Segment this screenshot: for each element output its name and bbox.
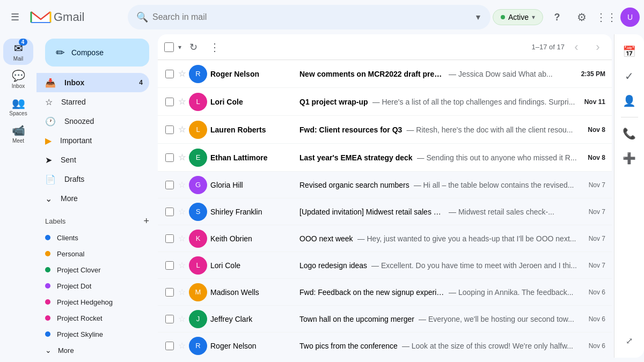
email-row[interactable]: ☆ G Gloria Hill Revised organic search n… (158, 172, 612, 198)
email-snippet: — Excellent. Do you have time to meet wi… (371, 261, 577, 270)
email-date: Nov 7 (589, 262, 605, 269)
label-item-project-rocket[interactable]: Project Rocket (36, 310, 149, 326)
main-sidebar: ✏ Compose 📥 Inbox 4 ☆ Starred 🕐 Snoozed … (36, 34, 158, 362)
email-row[interactable]: ☆ M Madison Wells Fwd: Feedback on the n… (158, 279, 612, 306)
label-item-project-hedgehog[interactable]: Project Hedgehog (36, 294, 149, 310)
icon-sidebar: ✉ 4 Mail 💬 Inbox 👥 Spaces 📹 Meet (0, 34, 36, 362)
side-panel-tasks-icon[interactable]: ✓ (619, 65, 640, 87)
active-dot (501, 15, 505, 19)
chat-icon: 💬 (12, 69, 25, 82)
more-nav-button[interactable]: ⌄ More (36, 189, 149, 208)
email-content: Town hall on the upcoming merger — Every… (299, 315, 586, 323)
email-row[interactable]: ☆ J Jeffrey Clark Town hall on the upcom… (158, 306, 612, 333)
labels-add-button[interactable]: + (143, 216, 149, 227)
side-panel-contacts-icon[interactable]: 👤 (619, 90, 640, 112)
email-checkbox[interactable] (165, 181, 174, 189)
email-checkbox[interactable] (165, 342, 174, 350)
nav-item-starred[interactable]: ☆ Starred (36, 92, 149, 112)
nav-item-inbox[interactable]: 📥 Inbox 4 (36, 73, 149, 92)
project-rocket-dot (45, 315, 50, 321)
side-panel-meet-icon[interactable]: 📞 (619, 123, 640, 144)
drafts-label: Drafts (64, 175, 84, 183)
email-checkbox[interactable] (165, 153, 174, 162)
important-icon: ▶ (45, 136, 52, 146)
email-checkbox[interactable] (165, 288, 174, 297)
email-avatar: R (189, 65, 207, 83)
email-star-icon[interactable]: ☆ (178, 124, 186, 135)
search-input[interactable] (152, 12, 470, 22)
email-row[interactable]: ☆ R Roger Nelson Two pics from the confe… (158, 333, 612, 358)
side-panel-calendar-icon[interactable]: 📅 (619, 41, 640, 62)
label-item-project-clover[interactable]: Project Clover (36, 262, 149, 278)
email-star-icon[interactable]: ☆ (178, 180, 186, 190)
email-sender: Keith Obrien (210, 234, 296, 243)
email-sender: Lori Cole (210, 261, 296, 270)
email-sender: Lori Cole (210, 98, 296, 106)
email-snippet: — Hey, just wanted to give you a heads-u… (357, 234, 576, 243)
snoozed-label: Snoozed (64, 117, 94, 125)
email-checkbox[interactable] (165, 208, 174, 216)
email-checkbox[interactable] (165, 261, 174, 270)
email-star-icon[interactable]: ☆ (178, 287, 186, 297)
email-checkbox[interactable] (165, 98, 174, 106)
clients-label-text: Clients (57, 234, 78, 242)
label-item-clients[interactable]: Clients (36, 230, 149, 246)
active-status-badge[interactable]: Active ▾ (493, 9, 543, 25)
search-bar[interactable]: 🔍 ▼ (128, 5, 491, 29)
project-skyline-dot (45, 331, 50, 337)
nav-item-snoozed[interactable]: 🕐 Snoozed (36, 112, 149, 131)
email-row[interactable]: ☆ L Lauren Roberts Fwd: Client resources… (158, 116, 612, 144)
email-row[interactable]: ☆ K Keith Obrien OOO next week — Hey, ju… (158, 225, 612, 252)
email-snippet: — Midwest retail sales check-... (449, 208, 554, 216)
email-checkbox[interactable] (165, 315, 174, 323)
email-row[interactable]: ☆ S Shirley Franklin [Updated invitation… (158, 198, 612, 225)
email-row[interactable]: ☆ R Roger Nelson New comments on MCR2022… (158, 60, 612, 88)
sidebar-icon-chat[interactable]: 💬 Inbox (3, 66, 33, 92)
refresh-button[interactable]: ↻ (184, 38, 203, 57)
email-row[interactable]: ☆ L Lori Cole Logo redesign ideas — Exce… (158, 252, 612, 279)
email-date: Nov 8 (588, 126, 605, 134)
settings-button[interactable]: ⚙ (571, 6, 592, 28)
help-button[interactable]: ? (546, 6, 568, 28)
next-page-button[interactable]: › (588, 38, 608, 57)
email-star-icon[interactable]: ☆ (178, 97, 186, 107)
sidebar-icon-mail[interactable]: ✉ 4 Mail (3, 39, 33, 65)
nav-item-important[interactable]: ▶ Important (36, 131, 149, 150)
email-star-icon[interactable]: ☆ (178, 314, 186, 324)
apps-button[interactable]: ⋮⋮ (596, 6, 617, 28)
more-options-button[interactable]: ⋮ (205, 38, 224, 57)
email-star-icon[interactable]: ☆ (178, 69, 186, 79)
side-panel-plus-icon[interactable]: ➕ (619, 147, 640, 169)
email-checkbox[interactable] (165, 125, 174, 134)
more-labels-button[interactable]: ⌄ More (36, 342, 149, 358)
email-checkbox[interactable] (165, 70, 174, 78)
label-item-personal[interactable]: Personal (36, 246, 149, 262)
email-checkbox[interactable] (165, 234, 174, 243)
email-star-icon[interactable]: ☆ (178, 206, 186, 217)
select-all-chevron[interactable]: ▾ (178, 43, 181, 51)
nav-item-sent[interactable]: ➤ Sent (36, 150, 149, 169)
select-all-checkbox[interactable] (164, 42, 174, 52)
email-sender: Lauren Roberts (210, 125, 296, 134)
search-filter-icon[interactable]: ▼ (474, 13, 482, 21)
sidebar-icon-spaces[interactable]: 👥 Spaces (3, 93, 33, 120)
side-panel-resize-icon[interactable]: ⤢ (619, 330, 640, 351)
compose-button[interactable]: ✏ Compose (45, 39, 149, 67)
email-star-icon[interactable]: ☆ (178, 260, 186, 270)
email-star-icon[interactable]: ☆ (178, 152, 186, 162)
nav-item-drafts[interactable]: 📄 Drafts (36, 169, 149, 189)
sidebar-icon-meet[interactable]: 📹 Meet (3, 121, 33, 147)
compose-label: Compose (71, 48, 104, 57)
label-item-project-dot[interactable]: Project Dot (36, 278, 149, 294)
email-star-icon[interactable]: ☆ (178, 341, 186, 351)
label-item-project-skyline[interactable]: Project Skyline (36, 326, 149, 342)
email-row[interactable]: ☆ E Ethan Lattimore Last year's EMEA str… (158, 144, 612, 172)
menu-button[interactable]: ☰ (4, 6, 26, 28)
project-dot-dot (45, 283, 50, 289)
email-date: Nov 7 (589, 235, 605, 242)
gmail-logo: Gmail (30, 10, 84, 25)
email-row[interactable]: ☆ L Lori Cole Q1 project wrap-up — Here'… (158, 88, 612, 116)
user-avatar[interactable]: U (620, 8, 640, 27)
prev-page-button[interactable]: ‹ (567, 38, 586, 57)
email-star-icon[interactable]: ☆ (178, 233, 186, 243)
